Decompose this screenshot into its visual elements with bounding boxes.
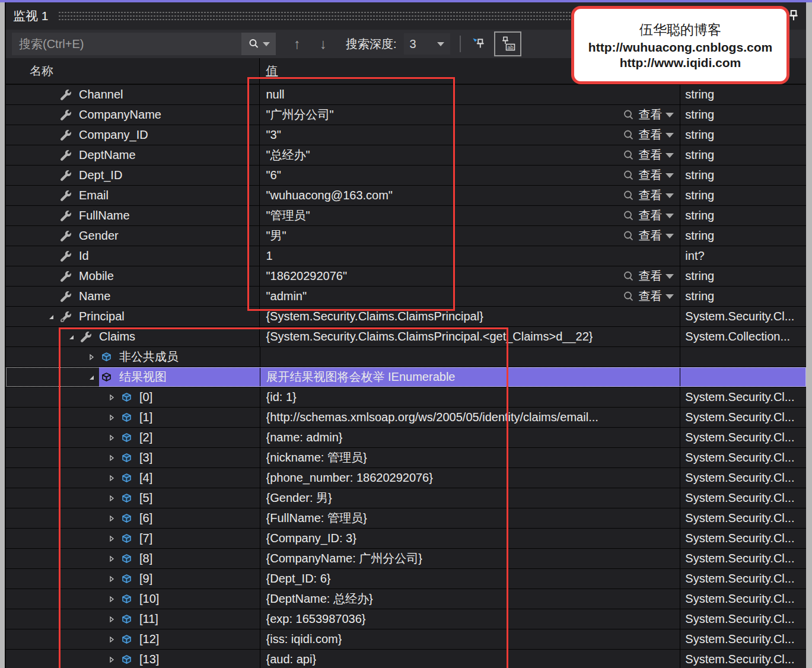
table-row[interactable]: Mobile "18620292076" 查看 string [6, 266, 806, 287]
value-cell[interactable]: {iss: iqidi.com} [260, 629, 681, 649]
view-button[interactable]: 查看 [620, 125, 676, 145]
table-row[interactable]: Name "admin" 查看 string [6, 287, 806, 307]
table-row[interactable]: Company_ID "3" 查看 string [6, 125, 806, 145]
table-row[interactable]: [4] {phone_number: 18620292076} System.S… [6, 468, 806, 488]
view-button[interactable]: 查看 [620, 266, 676, 286]
table-row[interactable]: DeptName "总经办" 查看 string [6, 145, 806, 166]
value-cell[interactable]: {aud: api} [260, 650, 681, 668]
value-cell[interactable]: "总经办" 查看 [260, 145, 680, 165]
table-row[interactable]: Channel null string [6, 85, 806, 105]
value-cell[interactable] [260, 347, 681, 367]
table-row[interactable]: CompanyName "广州分公司" 查看 string [6, 105, 806, 125]
expand-icon[interactable] [104, 494, 119, 502]
expand-icon[interactable] [104, 615, 119, 624]
value-cell[interactable]: {nickname: 管理员} [260, 448, 681, 467]
value-cell[interactable]: {http://schemas.xmlsoap.org/ws/2005/05/i… [260, 408, 681, 427]
row-highlight: [9] [119, 569, 260, 589]
table-row[interactable]: [2] {name: admin} System.Security.Cl... [6, 428, 806, 448]
value-cell[interactable]: {DeptName: 总经办} [260, 589, 681, 609]
table-row[interactable]: [8] {CompanyName: 广州分公司} System.Security… [6, 549, 806, 569]
value-cell[interactable]: {exp: 1653987036} [260, 609, 681, 629]
expand-icon[interactable] [104, 635, 119, 644]
row-name-label: FullName [79, 209, 130, 222]
expand-icon[interactable] [104, 474, 119, 482]
table-row[interactable]: [1] {http://schemas.xmlsoap.org/ws/2005/… [6, 408, 806, 428]
value-cell[interactable]: {Gender: 男} [260, 488, 681, 508]
value-cell[interactable]: "18620292076" 查看 [260, 266, 680, 286]
table-row[interactable]: Email "wuhuacong@163.com" 查看 string [6, 186, 806, 206]
table-row[interactable]: [7] {Company_ID: 3} System.Security.Cl..… [6, 529, 806, 549]
expand-icon[interactable] [104, 575, 119, 583]
expand-icon[interactable] [104, 595, 119, 603]
magnifier-icon [623, 109, 635, 121]
value-cell[interactable]: {Dept_ID: 6} [260, 569, 681, 589]
view-button[interactable]: 查看 [620, 206, 676, 225]
search-input[interactable]: 搜索(Ctrl+E) [12, 33, 276, 55]
value-cell[interactable]: "admin" 查看 [260, 287, 680, 306]
value-cell[interactable]: {phone_number: 18620292076} [260, 468, 681, 488]
table-row[interactable]: [10] {DeptName: 总经办} System.Security.Cl.… [6, 589, 806, 609]
view-button[interactable]: 查看 [620, 166, 676, 185]
table-row[interactable]: Gender "男" 查看 string [6, 226, 806, 246]
view-button[interactable]: 查看 [620, 145, 676, 165]
table-row[interactable]: [12] {iss: iqidi.com} System.Security.Cl… [6, 629, 806, 650]
table-row[interactable]: [9] {Dept_ID: 6} System.Security.Cl... [6, 569, 806, 589]
value-cell[interactable]: {Company_ID: 3} [260, 529, 681, 548]
view-button[interactable]: 查看 [620, 226, 676, 246]
table-row[interactable]: [11] {exp: 1653987036} System.Security.C… [6, 609, 806, 629]
collapse-icon[interactable] [84, 373, 99, 381]
column-header-name[interactable]: 名称 [6, 58, 260, 84]
value-cell[interactable]: "3" 查看 [260, 125, 680, 145]
table-row[interactable]: Principal {System.Security.Claims.Claims… [6, 307, 806, 327]
table-row[interactable]: [5] {Gender: 男} System.Security.Cl... [6, 488, 806, 508]
value-cell[interactable]: "管理员" 查看 [260, 206, 680, 225]
expand-icon[interactable] [104, 535, 119, 543]
value-cell[interactable]: null [260, 85, 680, 104]
value-cell[interactable]: 展开结果视图将会枚举 IEnumerable [260, 367, 681, 387]
value-cell[interactable]: {name: admin} [260, 428, 681, 447]
value-cell[interactable]: "广州分公司" 查看 [260, 105, 680, 125]
search-next-button[interactable]: ↓ [310, 32, 336, 56]
row-type: string [680, 206, 806, 225]
search-depth-dropdown[interactable]: 3 [404, 33, 450, 55]
table-row[interactable]: [13] {aud: api} System.Security.Cl... [6, 650, 806, 668]
value-cell[interactable]: "6" 查看 [260, 166, 680, 185]
expand-icon[interactable] [104, 393, 119, 402]
expand-icon[interactable] [104, 656, 119, 664]
view-button[interactable]: 查看 [620, 186, 676, 205]
value-cell[interactable]: "wuhuacong@163.com" 查看 [260, 186, 680, 205]
value-cell[interactable]: {FullName: 管理员} [260, 508, 681, 528]
expand-icon[interactable] [84, 353, 99, 361]
name-cell: [7] [6, 529, 260, 548]
collapse-icon[interactable] [43, 313, 59, 321]
expand-icon[interactable] [104, 434, 119, 442]
value-cell[interactable]: {CompanyName: 广州分公司} [260, 549, 681, 568]
pin-to-source-button[interactable]: ab [494, 31, 521, 56]
chevron-down-icon [665, 193, 674, 198]
table-row[interactable]: Dept_ID "6" 查看 string [6, 166, 806, 186]
expand-icon[interactable] [104, 413, 119, 422]
table-row[interactable]: Claims {System.Security.Claims.ClaimsPri… [6, 327, 806, 347]
expand-icon[interactable] [104, 454, 119, 462]
table-row[interactable]: 结果视图 展开结果视图将会枚举 IEnumerable [6, 367, 806, 387]
wrench-icon [59, 271, 73, 282]
view-button[interactable]: 查看 [620, 105, 676, 125]
table-row[interactable]: [3] {nickname: 管理员} System.Security.Cl..… [6, 448, 806, 468]
value-cell[interactable]: {id: 1} [260, 387, 681, 407]
expand-icon[interactable] [104, 514, 119, 523]
table-row[interactable]: [6] {FullName: 管理员} System.Security.Cl..… [6, 508, 806, 529]
table-row[interactable]: 非公共成员 [6, 347, 806, 367]
value-cell[interactable]: "男" 查看 [260, 226, 680, 246]
table-row[interactable]: Id 1 int? [6, 246, 806, 266]
search-options-button[interactable] [241, 33, 276, 55]
search-previous-button[interactable]: ↑ [284, 32, 310, 56]
value-cell[interactable]: 1 [260, 246, 680, 266]
table-row[interactable]: [0] {id: 1} System.Security.Cl... [6, 387, 806, 408]
view-button[interactable]: 查看 [620, 287, 676, 306]
table-row[interactable]: FullName "管理员" 查看 string [6, 206, 806, 226]
expand-icon[interactable] [104, 555, 119, 563]
collapse-icon[interactable] [63, 333, 79, 341]
value-cell[interactable]: {System.Security.Claims.ClaimsPrincipal.… [260, 327, 680, 346]
pin-value-button[interactable] [468, 32, 491, 56]
value-cell[interactable]: {System.Security.Claims.ClaimsPrincipal} [260, 307, 680, 326]
